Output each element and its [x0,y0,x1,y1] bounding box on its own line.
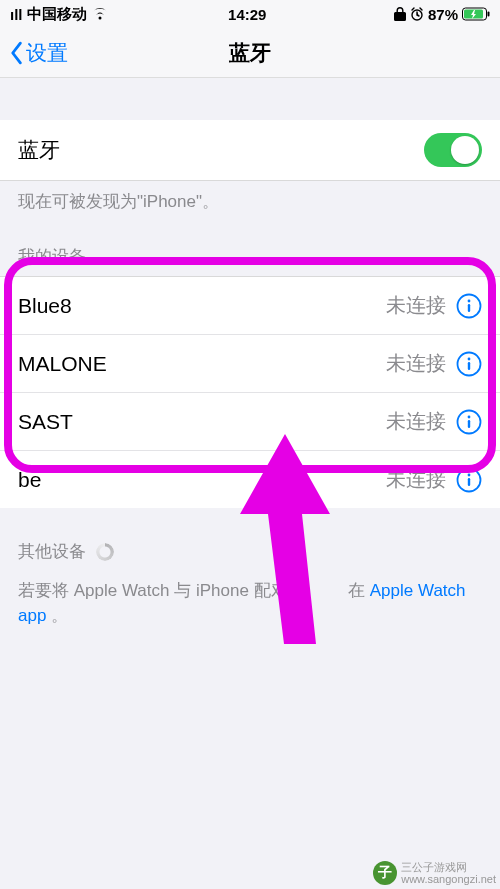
chevron-left-icon [8,41,24,65]
device-status: 未连接 [386,408,446,435]
signal-icon: ıll [10,6,23,23]
device-row[interactable]: SAST 未连接 [0,393,500,451]
discoverable-text: 现在可被发现为"iPhone"。 [0,181,500,213]
info-icon[interactable] [456,351,482,377]
device-row[interactable]: MALONE 未连接 [0,335,500,393]
svg-rect-12 [468,420,470,428]
device-row[interactable]: be 未连接 [0,451,500,508]
my-devices-header: 我的设备 [0,213,500,276]
svg-rect-9 [468,362,470,370]
svg-point-14 [468,473,471,476]
svg-point-5 [468,299,471,302]
other-devices-header: 其他设备 [0,508,500,571]
carrier-label: 中国移动 [27,5,87,24]
wifi-icon [91,7,109,21]
back-button[interactable]: 设置 [8,39,68,67]
device-name: Blue8 [18,294,72,318]
battery-pct: 87% [428,6,458,23]
other-devices-label: 其他设备 [18,540,86,563]
my-devices-list: Blue8 未连接 MALONE 未连接 SAST 未连接 be 未连接 [0,276,500,508]
info-icon[interactable] [456,409,482,435]
battery-icon [462,7,490,21]
info-icon[interactable] [456,293,482,319]
nav-bar: 设置 蓝牙 [0,28,500,78]
status-right: 87% [394,6,490,23]
spinner-icon [96,543,114,561]
bluetooth-label: 蓝牙 [18,136,60,164]
device-row[interactable]: Blue8 未连接 [0,277,500,335]
watermark-url: www.sangongzi.net [401,873,496,885]
status-bar: ıll 中国移动 14:29 87% [0,0,500,28]
device-status: 未连接 [386,466,446,493]
bluetooth-toggle-row[interactable]: 蓝牙 [0,120,500,181]
info-icon[interactable] [456,467,482,493]
svg-point-8 [468,357,471,360]
watermark-logo-icon: 子 [373,861,397,885]
watermark: 子 三公子游戏网 www.sangongzi.net [373,861,496,885]
alarm-icon [410,7,424,21]
back-label: 设置 [26,39,68,67]
page-title: 蓝牙 [229,39,271,67]
device-status: 未连接 [386,292,446,319]
device-name: SAST [18,410,73,434]
device-name: MALONE [18,352,107,376]
lock-icon [394,7,406,21]
device-name: be [18,468,41,492]
status-left: ıll 中国移动 [10,5,109,24]
bluetooth-switch[interactable] [424,133,482,167]
device-status: 未连接 [386,350,446,377]
watermark-title: 三公子游戏网 [401,861,496,873]
svg-point-11 [468,415,471,418]
clock: 14:29 [228,6,266,23]
pairing-text: 若要将 Apple Watch 与 iPhone 配对 ，请前 在 Apple … [0,571,500,636]
svg-rect-6 [468,304,470,312]
svg-rect-3 [487,12,489,17]
svg-rect-15 [468,478,470,486]
